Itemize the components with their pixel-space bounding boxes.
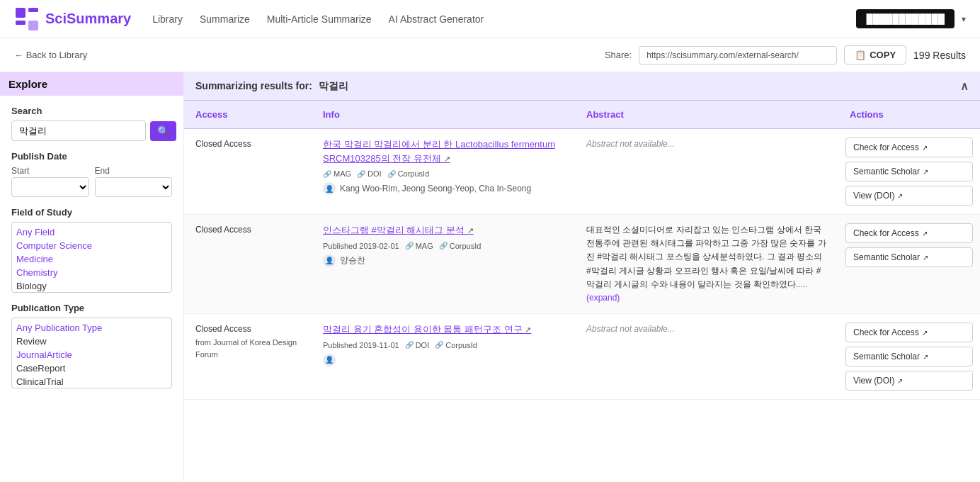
field-chemistry[interactable]: Chemistry [16,266,167,279]
author-avatar-1: 👤 [323,182,336,195]
field-any[interactable]: Any Field [16,225,167,239]
search-input[interactable] [11,120,146,141]
date-row: Start End [11,166,172,197]
view-doi-btn-1[interactable]: View (DOI) ↗ [845,186,973,206]
search-label: Search [11,106,172,116]
table-row: Closed Access 인스타그램 #막걸리 해시태그 분석 ↗ Publi… [184,215,980,314]
meta-corpusid-1[interactable]: 🔗 CorpusId [387,169,430,178]
share-area: Share: https://scisummary.com/external-s… [605,45,966,65]
field-computer-science[interactable]: Computer Science [16,239,167,252]
back-arrow-icon: ← [14,50,23,60]
chevron-down-icon[interactable]: ▾ [962,14,966,24]
access-cell-3: Closed Access from Journal of Korea Desi… [184,314,312,399]
th-access: Access [184,106,312,123]
svg-rect-2 [16,21,25,25]
access-label-2: Closed Access [195,223,300,236]
meta-mag-1[interactable]: 🔗 MAG [323,169,351,178]
th-actions: Actions [838,106,980,123]
pubtype-review[interactable]: Review [16,335,167,348]
check-access-btn-1[interactable]: Check for Access ↗ [845,138,973,157]
pubtype-list-box[interactable]: Any Publication Type Review JournalArtic… [11,318,172,388]
results-count: 199 Results [913,50,966,61]
author-name-1: Kang Woo-Rim, Jeong Seong-Yeop, Cha In-S… [340,184,531,194]
paper-title-1[interactable]: 한국 막걸리 막걸리에서 분리 한 Lactobacillus fermentu… [323,139,555,164]
paper-title-3[interactable]: 막걸리 용기 혼합성이 용이한 몸통 패턴구조 연구 ↗ [323,324,531,335]
check-access-btn-2[interactable]: Check for Access ↗ [845,223,973,243]
check-access-btn-3[interactable]: Check for Access ↗ [845,323,973,342]
svg-rect-3 [28,21,38,30]
sidebar-title: Explore [0,72,183,96]
end-label: End [95,166,173,176]
abstract-cell-3: Abstract not available... [575,314,838,399]
table-row: Closed Access 한국 막걸리 막걸리에서 분리 한 Lactobac… [184,129,980,215]
field-list-box[interactable]: Any Field Computer Science Medicine Chem… [11,222,172,293]
field-of-study-label: Field of Study [11,207,172,218]
th-abstract: Abstract [575,106,838,123]
semantic-scholar-btn-1[interactable]: Semantic Scholar ↗ [845,162,973,181]
author-avatar-3: 👤 [323,354,336,366]
published-2: Published 2019-02-01 [323,242,399,250]
access-label-1: Closed Access [195,138,300,150]
sidebar: Explore Search 🔍 Publish Date Start End … [0,72,184,482]
meta-mag-2[interactable]: 🔗 MAG [405,242,433,250]
meta-row-3: Published 2019-11-01 🔗 DOI 🔗 CorpusId [323,341,564,349]
table-row: Closed Access from Journal of Korea Desi… [184,314,980,400]
meta-row-1: 🔗 MAG 🔗 DOI 🔗 CorpusId [323,169,564,178]
search-row: 🔍 [11,120,172,141]
pubtype-case[interactable]: CaseReport [16,362,167,375]
svg-rect-0 [16,8,25,18]
info-cell-3: 막걸리 용기 혼합성이 용이한 몸통 패턴구조 연구 ↗ Published 2… [312,314,575,399]
back-to-library-link[interactable]: ← Back to Library [14,50,87,60]
pubtype-any[interactable]: Any Publication Type [16,321,167,335]
view-doi-btn-3[interactable]: View (DOI) ↗ [845,371,973,391]
pubtype-journal[interactable]: JournalArticle [16,348,167,362]
meta-doi-1[interactable]: 🔗 DOI [357,169,382,178]
field-biology[interactable]: Biology [16,279,167,293]
nav-summarize[interactable]: Summarize [200,13,250,25]
nav-ai-abstract[interactable]: AI Abstract Generator [389,13,484,25]
copy-button[interactable]: 📋 COPY [844,45,906,65]
nav-library[interactable]: Library [152,13,183,25]
access-from-3: from Journal of Korea Design Forum [195,337,300,360]
th-info: Info [312,106,575,123]
collapse-icon[interactable]: ∧ [960,79,969,93]
meta-doi-3[interactable]: 🔗 DOI [405,341,430,349]
expand-link-2[interactable]: ....(expand) [586,279,808,303]
publish-date-label: Publish Date [11,151,172,162]
summarizing-text: Summarizing results for: 막걸리 [195,80,348,93]
access-cell-1: Closed Access [184,129,312,214]
abstract-cell-1: Abstract not available... [575,129,838,214]
start-date-select[interactable] [11,177,89,197]
actions-cell-1: Check for Access ↗ Semantic Scholar ↗ Vi… [838,129,980,214]
start-date-col: Start [11,166,89,197]
svg-rect-1 [28,8,38,12]
main-layout: Explore Search 🔍 Publish Date Start End … [0,72,980,482]
share-url[interactable]: https://scisummary.com/external-search/ [639,46,837,65]
search-button[interactable]: 🔍 [150,121,176,141]
info-cell-2: 인스타그램 #막걸리 해시태그 분석 ↗ Published 2019-02-0… [312,215,575,313]
user-menu-button[interactable]: ████████████ [856,9,955,28]
abstract-text-1: Abstract not available... [586,139,675,149]
author-row-2: 👤 양승찬 [323,254,564,267]
semantic-scholar-btn-3[interactable]: Semantic Scholar ↗ [845,347,973,366]
content-area: Summarizing results for: 막걸리 ∧ Access In… [184,72,980,482]
nav-multi-article[interactable]: Multi-Article Summarize [267,13,372,25]
end-date-select[interactable] [95,177,173,197]
meta-row-2: Published 2019-02-01 🔗 MAG 🔗 CorpusId [323,242,564,250]
pubtype-clinical[interactable]: ClinicalTrial [16,375,167,388]
semantic-scholar-btn-2[interactable]: Semantic Scholar ↗ [845,247,973,267]
subheader: ← Back to Library Share: https://scisumm… [0,38,980,72]
actions-cell-3: Check for Access ↗ Semantic Scholar ↗ Vi… [838,314,980,399]
paper-title-2[interactable]: 인스타그램 #막걸리 해시태그 분석 ↗ [323,225,474,235]
summarizing-bar: Summarizing results for: 막걸리 ∧ [184,72,980,101]
share-label: Share: [605,50,632,60]
back-label: Back to Library [26,50,88,60]
author-name-2: 양승찬 [340,254,365,267]
field-medicine[interactable]: Medicine [16,252,167,266]
info-cell-1: 한국 막걸리 막걸리에서 분리 한 Lactobacillus fermentu… [312,129,575,214]
logo[interactable]: SciSummary [14,6,131,32]
access-label-3: Closed Access [195,323,300,335]
meta-corpusid-2[interactable]: 🔗 CorpusId [439,242,482,250]
meta-corpusid-3[interactable]: 🔗 CorpusId [435,341,477,349]
start-label: Start [11,166,89,176]
